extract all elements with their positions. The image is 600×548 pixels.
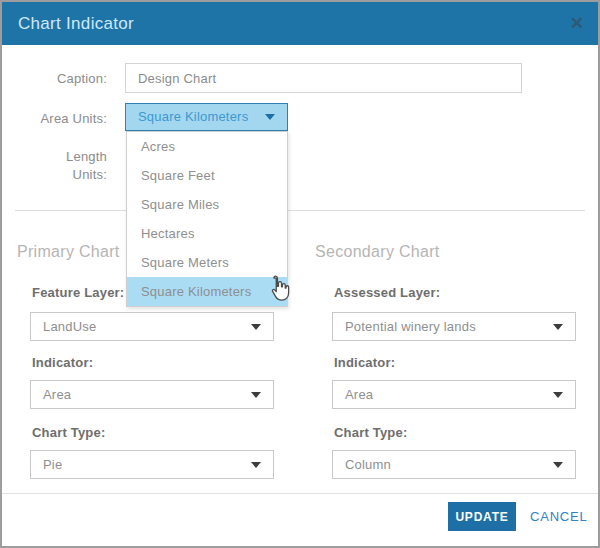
cancel-link[interactable]: CANCEL: [530, 509, 588, 524]
option-acres[interactable]: Acres: [127, 132, 287, 161]
close-icon[interactable]: ✕: [570, 2, 584, 45]
area-units-label: Area Units:: [22, 111, 107, 126]
option-hectares[interactable]: Hectares: [127, 219, 287, 248]
chevron-down-icon: [265, 114, 275, 120]
section-divider: [15, 210, 585, 211]
assessed-layer-select[interactable]: Potential winery lands: [332, 312, 576, 341]
assessed-layer-label: Assessed Layer:: [334, 285, 578, 300]
secondary-indicator-label: Indicator:: [334, 355, 578, 370]
option-square-meters[interactable]: Square Meters: [127, 248, 287, 277]
chevron-down-icon: [553, 324, 563, 330]
secondary-chart-heading: Secondary Chart: [315, 243, 440, 261]
area-units-dropdown[interactable]: Square Kilometers: [125, 103, 288, 131]
caption-label: Caption:: [22, 71, 107, 86]
primary-indicator-value: Area: [43, 381, 71, 408]
area-units-options-list: Acres Square Feet Square Miles Hectares …: [126, 131, 288, 307]
assessed-layer-value: Potential winery lands: [345, 313, 476, 340]
option-square-kilometers[interactable]: Square Kilometers: [127, 277, 287, 306]
secondary-indicator-value: Area: [345, 381, 373, 408]
primary-chart-heading: Primary Chart: [17, 243, 120, 261]
primary-indicator-select[interactable]: Area: [30, 380, 274, 409]
dialog-title: Chart Indicator: [18, 2, 134, 45]
primary-indicator-label: Indicator:: [32, 355, 276, 370]
option-square-miles[interactable]: Square Miles: [127, 190, 287, 219]
chart-indicator-dialog: Chart Indicator ✕ Caption: Area Units: S…: [0, 0, 600, 548]
chevron-down-icon: [251, 324, 261, 330]
primary-chart-type-value: Pie: [43, 451, 62, 478]
caption-input[interactable]: [125, 63, 522, 93]
dialog-header: Chart Indicator ✕: [2, 2, 598, 45]
primary-chart-type-select[interactable]: Pie: [30, 450, 274, 479]
chevron-down-icon: [251, 392, 261, 398]
feature-layer-value: LandUse: [43, 313, 96, 340]
chevron-down-icon: [251, 462, 261, 468]
length-units-label-line2: Units:: [22, 167, 107, 182]
length-units-label-line1: Length: [22, 149, 107, 164]
primary-chart-type-label: Chart Type:: [32, 425, 276, 440]
chevron-down-icon: [553, 392, 563, 398]
feature-layer-select[interactable]: LandUse: [30, 312, 274, 341]
option-square-feet[interactable]: Square Feet: [127, 161, 287, 190]
secondary-chart-type-label: Chart Type:: [334, 425, 578, 440]
secondary-indicator-select[interactable]: Area: [332, 380, 576, 409]
footer-divider: [2, 493, 598, 494]
chevron-down-icon: [553, 462, 563, 468]
area-units-value: Square Kilometers: [138, 104, 248, 130]
update-button[interactable]: UPDATE: [448, 502, 516, 531]
secondary-chart-type-select[interactable]: Column: [332, 450, 576, 479]
secondary-chart-type-value: Column: [345, 451, 391, 478]
